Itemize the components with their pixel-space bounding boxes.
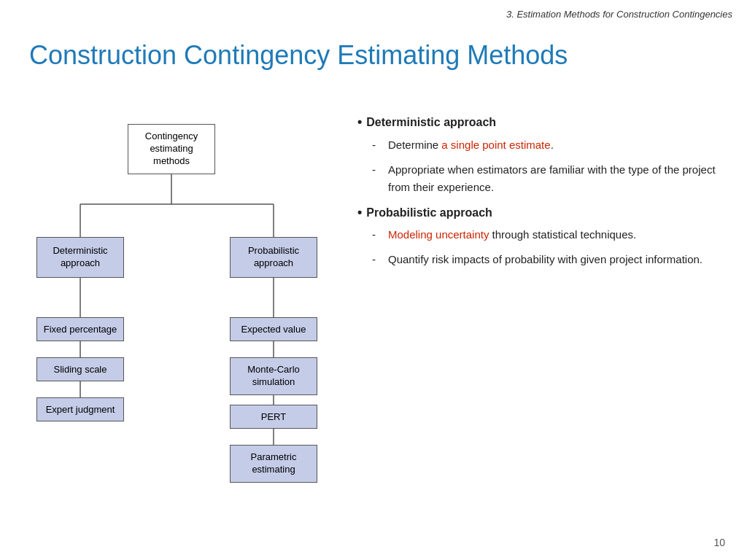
sub1-1-text: Determine a single point estimate. (388, 136, 554, 154)
tree-diagram: Contingency estimating methods Determini… (15, 109, 350, 532)
page-title: Construction Contingency Estimating Meth… (29, 40, 718, 71)
node-pert: PERT (230, 405, 317, 429)
node-sliding-scale: Sliding scale (36, 357, 124, 381)
node-probabilistic: Probabilistic approach (230, 237, 317, 278)
page-number: 10 (713, 537, 725, 548)
slide-subtitle: 3. Estimation Methods for Construction C… (506, 9, 732, 20)
dash2-2: - (372, 251, 382, 268)
sub2-1-red: Modeling uncertainty (388, 228, 489, 241)
sub2-1: - Modeling uncertainty through statistic… (372, 226, 725, 244)
bullet2-dot: • (357, 203, 362, 222)
dash2-1: - (372, 226, 382, 244)
sub1-1-suffix: . (551, 139, 554, 151)
node-expected-value: Expected value (230, 317, 317, 341)
sub2-1-suffix: through statistical techniques. (489, 228, 636, 241)
dash1-2: - (372, 161, 382, 179)
node-deterministic: Deterministic approach (36, 237, 124, 278)
content-panel: • Deterministic approach - Determine a s… (357, 113, 725, 276)
sub2-2: - Quantify risk impacts of probability w… (372, 251, 725, 268)
sub1-1-red: a single point estimate (441, 139, 550, 151)
dash1-1: - (372, 136, 382, 154)
sub2-1-text: Modeling uncertainty through statistical… (388, 226, 636, 244)
sub1-1: - Determine a single point estimate. (372, 136, 725, 154)
bullet2-header: • Probabilistic approach (357, 203, 725, 222)
bullet2-label: Probabilistic approach (366, 203, 492, 222)
node-fixed-percentage: Fixed percentage (36, 317, 124, 341)
sub1-2: - Appropriate when estimators are famili… (372, 161, 725, 196)
node-monte-carlo: Monte-Carlo simulation (230, 357, 317, 395)
sub1-1-prefix: Determine (388, 139, 441, 151)
bullet1-header: • Deterministic approach (357, 113, 725, 132)
sub1-2-text: Appropriate when estimators are familiar… (388, 161, 725, 196)
bullet1-label: Deterministic approach (366, 113, 496, 132)
diagram-panel: Contingency estimating methods Determini… (15, 109, 350, 532)
node-expert-judgment: Expert judgment (36, 397, 124, 421)
bullet1-dot: • (357, 113, 362, 131)
sub2-2-text: Quantify risk impacts of probability wit… (388, 251, 703, 268)
node-parametric-estimating: Parametric estimating (230, 445, 317, 483)
node-root: Contingency estimating methods (128, 124, 215, 174)
